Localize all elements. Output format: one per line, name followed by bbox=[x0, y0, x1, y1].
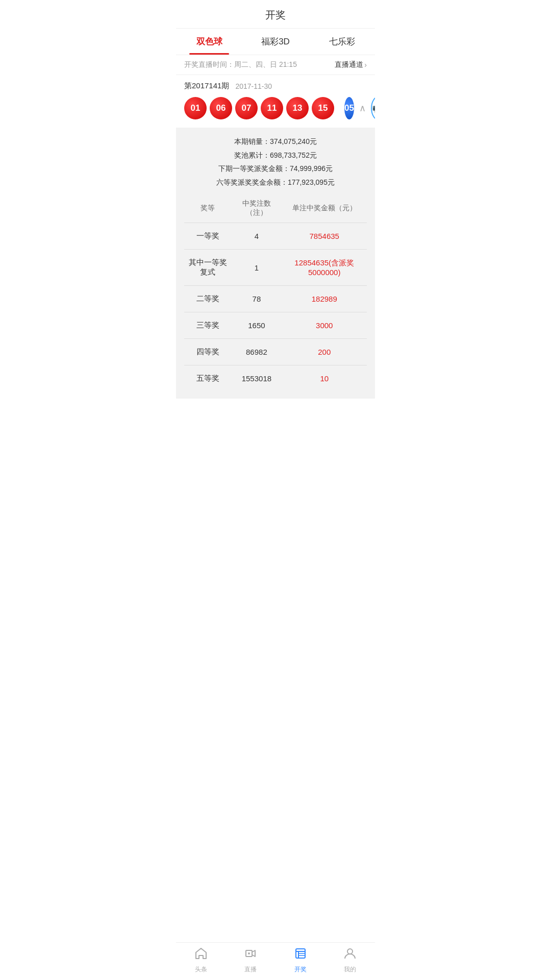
page-title: 开奖 bbox=[265, 9, 286, 20]
prize-table-row: 一等奖47854635 bbox=[184, 223, 367, 250]
red-ball-6: 15 bbox=[312, 97, 334, 119]
red-balls-group: 01 06 07 11 13 15 bbox=[184, 97, 334, 119]
prize-level-cell: 一等奖 bbox=[184, 223, 231, 250]
prize-count-cell: 1553018 bbox=[231, 365, 282, 392]
prize-amount-cell: 200 bbox=[282, 339, 367, 365]
prize-table-row: 二等奖78182989 bbox=[184, 286, 367, 312]
prize-level-cell: 三等奖 bbox=[184, 312, 231, 339]
detail-stats: 本期销量：374,075,240元 奖池累计：698,733,752元 下期一等… bbox=[184, 135, 367, 189]
prize-count-cell: 78 bbox=[231, 286, 282, 312]
prize-count-cell: 1650 bbox=[231, 312, 282, 339]
prize-count-cell: 4 bbox=[231, 223, 282, 250]
svg-point-7 bbox=[347, 949, 353, 954]
tab-fucai3d[interactable]: 福彩3D bbox=[242, 29, 309, 55]
nav-live[interactable]: 直播 bbox=[235, 947, 266, 974]
detail-panel: 本期销量：374,075,240元 奖池累计：698,733,752元 下期一等… bbox=[176, 128, 375, 399]
nav-lottery-label: 开奖 bbox=[294, 965, 307, 974]
video-button[interactable]: 📹 bbox=[371, 96, 375, 120]
home-icon bbox=[194, 947, 208, 963]
period-date: 2017-11-30 bbox=[235, 82, 272, 90]
page-header: 开奖 bbox=[176, 0, 375, 29]
red-ball-3: 07 bbox=[235, 97, 258, 119]
prize-amount-cell: 3000 bbox=[282, 312, 367, 339]
red-ball-1: 01 bbox=[184, 97, 207, 119]
red-ball-5: 13 bbox=[286, 97, 309, 119]
prize-amount-cell: 182989 bbox=[282, 286, 367, 312]
draw-area: 第2017141期 2017-11-30 01 06 07 11 13 bbox=[176, 75, 375, 128]
nav-lottery[interactable]: 开奖 bbox=[285, 947, 316, 974]
balls-row: 01 06 07 11 13 15 05 bbox=[184, 96, 367, 128]
sixth-remain-stat: 六等奖派奖奖金余额：177,923,095元 bbox=[184, 176, 367, 189]
nav-headlines-label: 头条 bbox=[195, 965, 207, 974]
next-first-stat: 下期一等奖派奖金额：74,999,996元 bbox=[184, 162, 367, 176]
nav-mine-label: 我的 bbox=[344, 965, 356, 974]
prize-table-header-row: 奖等 中奖注数（注） 单注中奖金额（元） bbox=[184, 194, 367, 223]
prize-amount-cell: 7854635 bbox=[282, 223, 367, 250]
red-ball-4: 11 bbox=[261, 97, 283, 119]
prize-level-cell: 四等奖 bbox=[184, 339, 231, 365]
prize-level-cell: 二等奖 bbox=[184, 286, 231, 312]
prize-count-cell: 86982 bbox=[231, 339, 282, 365]
prize-table: 奖等 中奖注数（注） 单注中奖金额（元） 一等奖47854635其中一等奖复式1… bbox=[184, 194, 367, 391]
prize-table-row: 三等奖16503000 bbox=[184, 312, 367, 339]
svg-point-1 bbox=[248, 952, 250, 954]
red-ball-2: 06 bbox=[210, 97, 232, 119]
nav-mine[interactable]: 我的 bbox=[335, 947, 365, 974]
col-win-count: 中奖注数（注） bbox=[231, 194, 282, 223]
prize-count-cell: 1 bbox=[231, 250, 282, 286]
tab-shuangseqiu[interactable]: 双色球 bbox=[176, 29, 242, 55]
prize-table-row: 其中一等奖复式112854635(含派奖5000000) bbox=[184, 250, 367, 286]
nav-headlines[interactable]: 头条 bbox=[186, 947, 216, 974]
broadcast-link[interactable]: 直播通道 › bbox=[335, 60, 367, 69]
user-icon bbox=[343, 947, 357, 963]
lottery-icon bbox=[294, 947, 307, 963]
broadcast-time: 开奖直播时间：周二、四、日 21:15 bbox=[184, 60, 297, 69]
prize-amount-cell: 10 bbox=[282, 365, 367, 392]
period-number: 第2017141期 bbox=[184, 81, 229, 91]
col-win-amount: 单注中奖金额（元） bbox=[282, 194, 367, 223]
prize-level-cell: 其中一等奖复式 bbox=[184, 250, 231, 286]
collapse-arrow-icon[interactable]: ∧ bbox=[354, 103, 371, 114]
broadcast-bar: 开奖直播时间：周二、四、日 21:15 直播通道 › bbox=[176, 55, 375, 75]
bottom-nav: 头条 直播 开奖 bbox=[176, 942, 375, 980]
prize-level-cell: 五等奖 bbox=[184, 365, 231, 392]
col-prize-level: 奖等 bbox=[184, 194, 231, 223]
video-camera-icon: 📹 bbox=[372, 102, 375, 115]
blue-ball: 05 bbox=[344, 97, 354, 119]
chevron-right-icon: › bbox=[364, 61, 367, 69]
prize-table-row: 四等奖86982200 bbox=[184, 339, 367, 365]
pool-stat: 奖池累计：698,733,752元 bbox=[184, 149, 367, 162]
tab-qilecai[interactable]: 七乐彩 bbox=[309, 29, 375, 55]
prize-amount-cell: 12854635(含派奖5000000) bbox=[282, 250, 367, 286]
sales-stat: 本期销量：374,075,240元 bbox=[184, 135, 367, 149]
prize-table-row: 五等奖155301810 bbox=[184, 365, 367, 392]
live-icon bbox=[244, 947, 257, 963]
nav-live-label: 直播 bbox=[244, 965, 257, 974]
draw-period: 第2017141期 2017-11-30 bbox=[184, 81, 367, 91]
tab-bar: 双色球 福彩3D 七乐彩 bbox=[176, 29, 375, 55]
